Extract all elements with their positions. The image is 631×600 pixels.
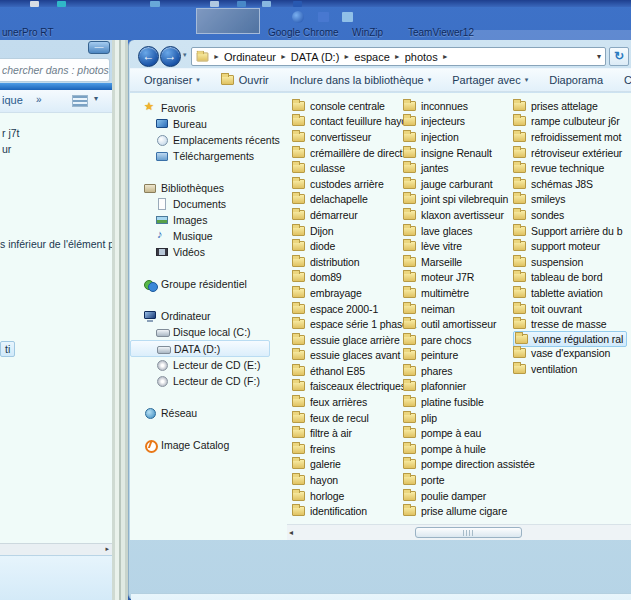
folder-item-espace-serie-1-phase-1[interactable]: espace série 1 phase 1 — [292, 316, 416, 332]
folder-item-pompe-a-huile[interactable]: pompe à huile — [403, 441, 535, 457]
breadcrumb-segment-espace[interactable]: espace — [354, 51, 389, 63]
folder-item-essuie-glaces-avant[interactable]: essuie glaces avant — [292, 348, 416, 364]
sidebar-item-emplacements-recents[interactable]: Emplacements récents — [130, 132, 282, 148]
toolbar-partager-avec[interactable]: Partager avec▾ — [452, 74, 528, 86]
breadcrumb-arrow-icon[interactable]: ► — [280, 53, 287, 60]
folder-item-horloge[interactable]: horloge — [292, 488, 416, 504]
back-button[interactable]: ← — [138, 46, 159, 67]
folder-item-essuie-glace-arriere[interactable]: essuie glace arrière — [292, 332, 416, 348]
folder-item-refroidissement-mot[interactable]: refroidissement mot — [513, 129, 627, 145]
sidebar-item-image-catalog[interactable]: Image Catalog — [130, 437, 282, 453]
sidebar-item-telechargements[interactable]: Téléchargements — [130, 148, 282, 164]
recent-pages-chevron-icon[interactable]: ▾ — [183, 51, 187, 59]
desktop-icon[interactable] — [293, 1, 302, 7]
breadcrumb-arrow-icon[interactable]: ► — [343, 53, 350, 60]
overflow-chevron-icon[interactable]: » — [36, 94, 42, 105]
folder-item-demarreur[interactable]: démarreur — [292, 207, 416, 223]
folder-item-tablette-aviation[interactable]: tablette aviation — [513, 285, 627, 301]
sidebar-item-groupe-residentiel[interactable]: Groupe résidentiel — [130, 276, 282, 292]
folder-item-support-moteur[interactable]: support moteur — [513, 238, 627, 254]
folder-item-smileys[interactable]: smileys — [513, 192, 627, 208]
folder-item-faisceaux-electriques[interactable]: faisceaux électriques — [292, 379, 416, 395]
breadcrumb-arrow-icon[interactable]: ► — [394, 53, 401, 60]
desktop-icon-label[interactable]: WinZip — [352, 27, 383, 39]
sidebar-item-videos[interactable]: Vidéos — [130, 244, 282, 260]
folder-item-ventilation[interactable]: ventilation — [513, 361, 627, 377]
sidebar-item-lecteur-de-cd-f[interactable]: Lecteur de CD (F:) — [130, 373, 282, 389]
folder-item-plafonnier[interactable]: plafonnier — [403, 379, 535, 395]
desktop-icon-label[interactable]: TeamViewer12 — [408, 27, 474, 39]
refresh-button[interactable]: ↻ — [609, 47, 629, 66]
folder-item-custodes-arriere[interactable]: custodes arrière — [292, 176, 416, 192]
folder-item-tableau-de-bord[interactable]: tableau de bord — [513, 270, 627, 286]
folder-item-plip[interactable]: plip — [403, 410, 535, 426]
folder-item-pompe-direction-assistee[interactable]: pompe direction assistée — [403, 457, 535, 473]
desktop-icon[interactable] — [342, 12, 353, 22]
address-bar[interactable]: ►Ordinateur►DATA (D:)►espace►photos► ▾ — [191, 47, 606, 66]
folder-item-tresse-de-masse[interactable]: tresse de masse — [513, 316, 627, 332]
desktop-icon[interactable] — [318, 12, 329, 22]
folder-item-convertisseur[interactable]: convertisseur — [292, 129, 416, 145]
desktop-icon-label[interactable]: unerPro RT — [2, 27, 54, 39]
folder-item-prises-attelage[interactable]: prises attelage — [513, 98, 627, 114]
folder-item-identification[interactable]: identification — [292, 503, 416, 519]
folder-item-hayon[interactable]: hayon — [292, 472, 416, 488]
folder-item-dijon[interactable]: Dijon — [292, 223, 416, 239]
sidebar-item-documents[interactable]: Documents — [130, 196, 282, 212]
folder-item-console-centrale[interactable]: console centrale — [292, 98, 416, 114]
folder-item-retroviseur-exterieur[interactable]: rétroviseur extérieur — [513, 145, 627, 161]
folder-item-espace-2000-1[interactable]: espace 2000-1 — [292, 301, 416, 317]
desktop-icon[interactable] — [292, 11, 304, 23]
folder-item-pompe-a-eau[interactable]: pompe à eau — [403, 425, 535, 441]
breadcrumb-arrow-icon[interactable]: ► — [442, 53, 449, 60]
minimize-button[interactable]: — — [88, 41, 110, 54]
sidebar-item-ordinateur[interactable]: Ordinateur — [130, 308, 282, 324]
desktop-icon[interactable] — [30, 1, 39, 7]
sidebar-item-bureau[interactable]: Bureau — [130, 116, 282, 132]
folder-item-toit-ouvrant[interactable]: toit ouvrant — [513, 301, 627, 317]
sidebar-item-disque-local-c[interactable]: Disque local (C:) — [130, 324, 282, 340]
folder-item-vase-d-expansion[interactable]: vase d'expansion — [513, 346, 627, 362]
folder-item-distribution[interactable]: distribution — [292, 254, 416, 270]
folder-item-platine-fusible[interactable]: platine fusible — [403, 394, 535, 410]
toolbar-organiser[interactable]: Organiser▾ — [144, 74, 200, 86]
desktop-icon[interactable] — [262, 1, 271, 7]
desktop-icon[interactable] — [57, 1, 66, 7]
address-dropdown-icon[interactable]: ▾ — [597, 52, 601, 61]
scrollbar[interactable]: ▸ — [0, 543, 112, 555]
chevron-down-icon[interactable]: ▾ — [94, 94, 98, 103]
folder-item-cremaillere-de-direction[interactable]: crémaillère de direction — [292, 145, 416, 161]
folder-item-support-arriere-du-b[interactable]: Support arrière du b — [513, 223, 627, 239]
desktop-icon-label[interactable]: Google Chrome — [268, 27, 339, 39]
sidebar-item-bibliotheques[interactable]: Bibliothèques — [130, 180, 282, 196]
folder-item-rampe-culbuteur-j6r[interactable]: rampe culbuteur j6r — [513, 114, 627, 130]
breadcrumb-segment-ordinateur[interactable]: Ordinateur — [224, 51, 276, 63]
desktop-photo-thumbnail[interactable] — [196, 8, 260, 34]
toolbar-fragment[interactable]: ique — [2, 94, 23, 106]
search-box[interactable]: chercher dans : photos — [0, 58, 110, 82]
folder-item-ethanol-e85[interactable]: éthanol E85 — [292, 363, 416, 379]
folder-item-prise-allume-cigare[interactable]: prise allume cigare — [403, 503, 535, 519]
sidebar-item-lecteur-de-cd-e[interactable]: Lecteur de CD (E:) — [130, 357, 282, 373]
toolbar-inclure-dans-la-bibliotheque[interactable]: Inclure dans la bibliothèque▾ — [290, 74, 431, 86]
toolbar-courrier-electr[interactable]: Courrier électr — [624, 74, 631, 86]
selected-item-fragment[interactable]: ti — [0, 341, 15, 357]
folder-item-dom89[interactable]: dom89 — [292, 270, 416, 286]
breadcrumb-segment-data-d[interactable]: DATA (D:) — [291, 51, 339, 63]
folder-item-contact-feuillure-hayon[interactable]: contact feuillure hayon — [292, 114, 416, 130]
scroll-left-icon[interactable]: ◂ — [289, 528, 293, 537]
sidebar-item-favoris[interactable]: Favoris — [130, 100, 282, 116]
breadcrumb-segment-photos[interactable]: photos — [405, 51, 438, 63]
folder-item-diode[interactable]: diode — [292, 238, 416, 254]
forward-button[interactable]: → — [160, 46, 181, 67]
scroll-right-icon[interactable]: ▸ — [105, 545, 109, 553]
breadcrumb-arrow-icon[interactable]: ► — [213, 53, 220, 60]
sidebar-item-images[interactable]: Images — [130, 212, 282, 228]
folder-item-poulie-damper[interactable]: poulie damper — [403, 488, 535, 504]
sidebar-item-data-d[interactable]: DATA (D:) — [130, 340, 270, 357]
toolbar-ouvrir[interactable]: Ouvrir — [221, 74, 269, 86]
folder-item-filtre-a-air[interactable]: filtre à air — [292, 425, 416, 441]
folder-item-feux-de-recul[interactable]: feux de recul — [292, 410, 416, 426]
folder-item-porte[interactable]: porte — [403, 472, 535, 488]
horizontal-scrollbar[interactable]: ◂ — [287, 524, 631, 540]
